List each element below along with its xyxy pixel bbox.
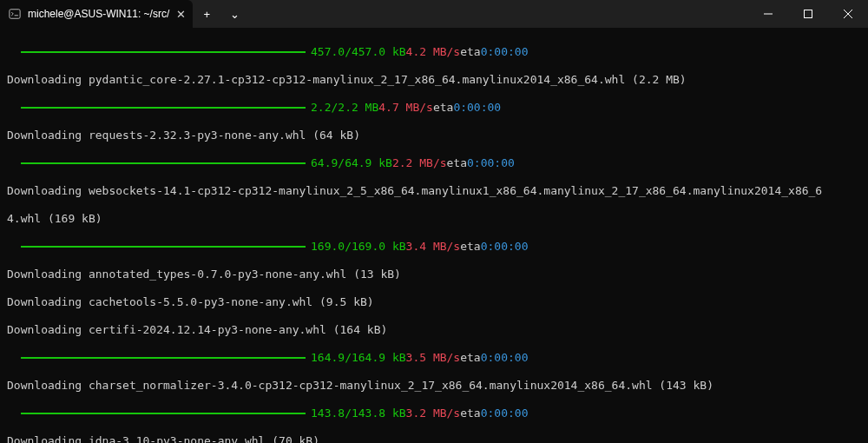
svg-rect-0 — [10, 10, 20, 19]
progress-bar: 64.9/64.9 kB 2.2 MB/s eta 0:00:00 — [7, 156, 861, 170]
output-line: Downloading annotated_types-0.7.0-py3-no… — [7, 268, 861, 281]
terminal-icon — [9, 8, 21, 20]
tab-dropdown-button[interactable]: ⌄ — [220, 0, 248, 28]
close-window-button[interactable] — [828, 0, 868, 28]
progress-bar: 143.8/143.8 kB 3.2 MB/s eta 0:00:00 — [7, 407, 861, 420]
output-line: Downloading idna-3.10-py3-none-any.whl (… — [7, 434, 861, 443]
terminal-output[interactable]: 457.0/457.0 kB 4.2 MB/s eta 0:00:00 Down… — [0, 28, 868, 443]
progress-bar: 457.0/457.0 kB 4.2 MB/s eta 0:00:00 — [7, 45, 861, 59]
window-controls — [748, 0, 868, 28]
output-line: Downloading charset_normalizer-3.4.0-cp3… — [7, 379, 861, 393]
tab-title: michele@ASUS-WIN11: ~/src/ — [28, 8, 169, 20]
close-tab-button[interactable]: ✕ — [176, 9, 186, 20]
svg-rect-2 — [805, 10, 812, 18]
progress-bar: 164.9/164.9 kB 3.5 MB/s eta 0:00:00 — [7, 351, 861, 365]
output-line: Downloading pydantic_core-2.27.1-cp312-c… — [7, 73, 861, 87]
active-tab[interactable]: michele@ASUS-WIN11: ~/src/ ✕ — [0, 0, 193, 28]
output-line: Downloading cachetools-5.5.0-py3-none-an… — [7, 295, 861, 309]
minimize-button[interactable] — [748, 0, 788, 28]
progress-bar: 2.2/2.2 MB 4.7 MB/s eta 0:00:00 — [7, 101, 861, 115]
titlebar: michele@ASUS-WIN11: ~/src/ ✕ + ⌄ — [0, 0, 868, 28]
progress-bar: 169.0/169.0 kB 3.4 MB/s eta 0:00:00 — [7, 240, 861, 254]
output-line: Downloading websockets-14.1-cp312-cp312-… — [7, 184, 861, 198]
output-line: 4.whl (169 kB) — [7, 212, 861, 226]
output-line: Downloading requests-2.32.3-py3-none-any… — [7, 129, 861, 142]
new-tab-button[interactable]: + — [193, 0, 220, 28]
output-line: Downloading certifi-2024.12.14-py3-none-… — [7, 323, 861, 337]
maximize-button[interactable] — [788, 0, 828, 28]
